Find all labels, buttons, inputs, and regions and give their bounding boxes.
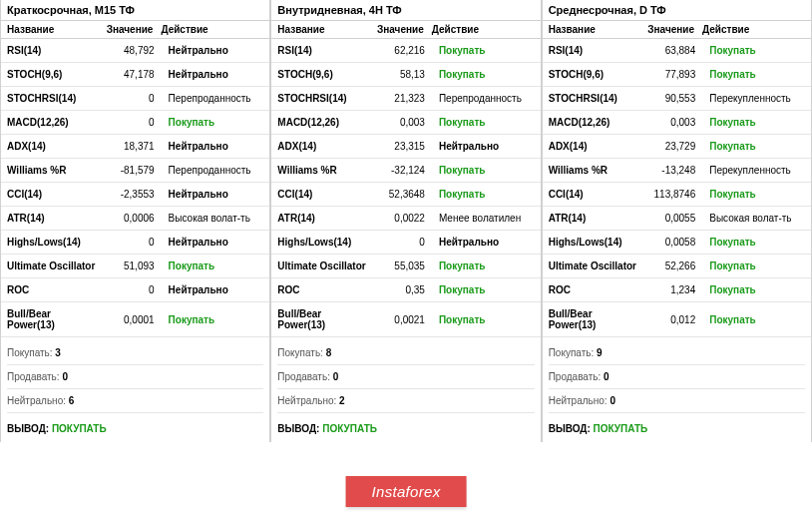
indicator-name: Highs/Lows(14) (543, 231, 644, 255)
table-row: ADX(14)23,729Покупать (543, 135, 811, 159)
conclusion-value: ПОКУПАТЬ (322, 423, 377, 434)
panel-medium-term: Среднесрочная, D ТФ Название Значение Де… (542, 0, 812, 442)
table-row: Williams %R-32,124Покупать (271, 159, 540, 183)
table-row: RSI(14)48,792Нейтрально (1, 39, 269, 63)
indicator-name: Williams %R (271, 159, 373, 183)
indicator-value: 0,0001 (103, 302, 162, 337)
indicator-value: -32,124 (374, 159, 433, 183)
table-row: ATR(14)0,0055Высокая волат-ть (543, 207, 811, 231)
indicator-value: 0 (103, 87, 162, 111)
table-row: Highs/Lows(14)0,0058Покупать (543, 231, 811, 255)
conclusion-value: ПОКУПАТЬ (594, 423, 648, 434)
indicator-name: Highs/Lows(14) (271, 231, 373, 255)
indicator-action: Покупать (433, 159, 541, 183)
indicator-name: STOCH(9,6) (543, 63, 644, 87)
indicator-name: CCI(14) (543, 183, 644, 207)
indicator-name: STOCH(9,6) (1, 63, 103, 87)
indicator-name: Ultimate Oscillator (543, 255, 644, 278)
indicator-name: Williams %R (543, 159, 644, 183)
indicator-name: Bull/Bear Power(13) (543, 302, 644, 337)
table-row: MACD(12,26)0,003Покупать (271, 111, 540, 135)
table-row: Ultimate Oscillator51,093Покупать (1, 255, 269, 278)
indicator-action: Покупать (433, 302, 541, 337)
table-row: STOCH(9,6)77,893Покупать (543, 63, 811, 87)
summary-block: Покупать: 9 Продавать: 0 Нейтрально: 0 (543, 337, 811, 417)
panel-title: Внутридневная, 4H ТФ (271, 0, 540, 21)
header-name: Название (7, 24, 105, 35)
indicator-name: RSI(14) (271, 39, 373, 63)
indicator-value: 77,893 (644, 63, 703, 87)
summary-neutral: Нейтрально: 6 (7, 389, 263, 413)
indicator-action: Нейтрально (433, 231, 541, 255)
table-row: RSI(14)62,216Покупать (271, 39, 540, 63)
indicator-action: Нейтрально (163, 63, 270, 87)
summary-sell: Продавать: 0 (277, 365, 534, 389)
indicator-name: STOCHRSI(14) (1, 87, 103, 111)
table-row: STOCH(9,6)58,13Покупать (271, 63, 540, 87)
conclusion-label: ВЫВОД: (549, 423, 591, 434)
indicator-action: Покупать (163, 302, 270, 337)
indicator-name: STOCH(9,6) (271, 63, 373, 87)
indicator-name: Ultimate Oscillator (271, 255, 373, 278)
panel-intraday: Внутридневная, 4H ТФ Название Значение Д… (270, 0, 541, 442)
indicator-value: 1,234 (644, 278, 703, 302)
indicator-action: Нейтрально (163, 39, 270, 63)
table-header: Название Значение Действие (1, 21, 269, 39)
indicator-name: STOCHRSI(14) (543, 87, 644, 111)
table-row: Highs/Lows(14)0Нейтрально (1, 231, 269, 255)
indicator-action: Высокая волат-ть (703, 207, 811, 231)
table-row: ROC0Нейтрально (1, 278, 269, 302)
conclusion-value: ПОКУПАТЬ (52, 423, 107, 434)
indicator-value: 55,035 (374, 255, 433, 278)
indicator-name: ADX(14) (1, 135, 103, 159)
indicator-value: 0,0022 (374, 207, 433, 231)
indicator-value: 21,323 (374, 87, 433, 111)
indicator-action: Покупать (163, 111, 270, 135)
indicator-name: MACD(12,26) (1, 111, 103, 135)
summary-buy: Покупать: 9 (549, 341, 805, 365)
indicator-value: -2,3553 (103, 183, 162, 207)
indicator-action: Покупать (433, 63, 541, 87)
summary-sell: Продавать: 0 (7, 365, 263, 389)
table-row: ROC1,234Покупать (543, 278, 811, 302)
indicator-value: -13,248 (644, 159, 703, 183)
table-row: ATR(14)0,0006Высокая волат-ть (1, 207, 269, 231)
indicator-name: RSI(14) (543, 39, 644, 63)
indicator-name: CCI(14) (1, 183, 103, 207)
header-value: Значение (645, 24, 702, 35)
indicator-action: Покупать (703, 63, 811, 87)
indicator-name: Bull/Bear Power(13) (271, 302, 373, 337)
indicator-value: 90,553 (644, 87, 703, 111)
indicator-action: Покупать (163, 255, 270, 278)
table-row: MACD(12,26)0,003Покупать (543, 111, 811, 135)
header-action: Действие (432, 24, 535, 35)
indicator-name: Ultimate Oscillator (1, 255, 103, 278)
indicator-action: Нейтрально (433, 135, 541, 159)
indicator-action: Покупать (703, 231, 811, 255)
header-name: Название (277, 24, 375, 35)
indicator-action: Перепроданность (163, 87, 270, 111)
indicator-value: 18,371 (103, 135, 162, 159)
indicator-value: 0,012 (644, 302, 703, 337)
indicator-action: Покупать (703, 39, 811, 63)
indicator-value: 0,0006 (103, 207, 162, 231)
indicator-action: Покупать (433, 255, 541, 278)
table-row: Bull/Bear Power(13)0,0001Покупать (1, 302, 269, 337)
indicator-value: 52,3648 (374, 183, 433, 207)
table-row: ROC0,35Покупать (271, 278, 540, 302)
indicator-action: Покупать (703, 278, 811, 302)
table-row: Ultimate Oscillator52,266Покупать (543, 255, 811, 278)
panel-title: Среднесрочная, D ТФ (543, 0, 811, 21)
indicator-action: Покупать (703, 302, 811, 337)
indicator-value: 0 (103, 278, 162, 302)
conclusion-label: ВЫВОД: (277, 423, 319, 434)
indicator-name: Williams %R (1, 159, 103, 183)
indicator-value: 0,0055 (644, 207, 703, 231)
indicator-value: 62,216 (374, 39, 433, 63)
table-header: Название Значение Действие (543, 21, 811, 39)
indicator-value: 23,729 (644, 135, 703, 159)
header-value: Значение (105, 24, 162, 35)
indicator-action: Нейтрально (163, 183, 270, 207)
table-row: STOCHRSI(14)0Перепроданность (1, 87, 269, 111)
header-action: Действие (161, 24, 263, 35)
